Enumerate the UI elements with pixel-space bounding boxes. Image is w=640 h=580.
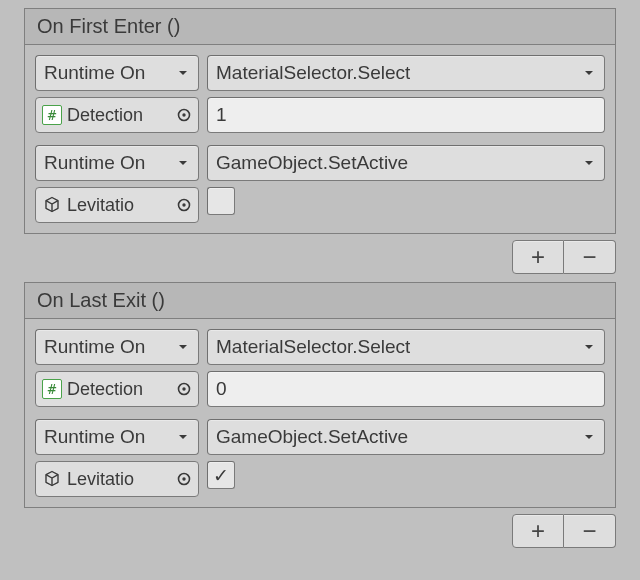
chevron-down-icon	[582, 340, 596, 354]
event-entry: Runtime OnMaterialSelector.Select#Detect…	[35, 329, 605, 407]
chevron-down-icon	[582, 66, 596, 80]
script-icon: #	[42, 379, 62, 399]
chevron-down-icon	[176, 340, 190, 354]
remove-listener-button[interactable]: −	[564, 514, 616, 548]
function-dropdown[interactable]: MaterialSelector.Select	[207, 55, 605, 91]
object-picker-icon[interactable]	[176, 107, 192, 123]
bool-argument-checkbox[interactable]	[207, 187, 235, 215]
event-entry: Runtime OnMaterialSelector.Select#Detect…	[35, 55, 605, 133]
object-field[interactable]: Levitatio	[35, 187, 199, 223]
event-footer: +−	[24, 508, 616, 548]
add-listener-button[interactable]: +	[512, 240, 564, 274]
chevron-down-icon	[176, 66, 190, 80]
function-dropdown[interactable]: GameObject.SetActive	[207, 419, 605, 455]
call-mode-dropdown[interactable]: Runtime On	[35, 145, 199, 181]
svg-point-3	[182, 203, 185, 206]
event-body: Runtime OnMaterialSelector.Select#Detect…	[25, 319, 615, 507]
event-entry: Runtime OnGameObject.SetActiveLevitatio	[35, 145, 605, 223]
check-icon: ✓	[213, 464, 229, 487]
object-picker-icon[interactable]	[176, 381, 192, 397]
object-picker-icon[interactable]	[176, 197, 192, 213]
add-listener-button[interactable]: +	[512, 514, 564, 548]
event-entry: Runtime OnGameObject.SetActiveLevitatio✓	[35, 419, 605, 497]
svg-point-7	[182, 477, 185, 480]
svg-point-5	[182, 387, 185, 390]
int-argument-input[interactable]: 1	[207, 97, 605, 133]
object-field[interactable]: #Detection	[35, 97, 199, 133]
call-mode-dropdown[interactable]: Runtime On	[35, 329, 199, 365]
event-header: On First Enter ()	[25, 9, 615, 45]
function-dropdown[interactable]: MaterialSelector.Select	[207, 329, 605, 365]
event-panel: On First Enter ()Runtime OnMaterialSelec…	[24, 8, 616, 234]
event-footer: +−	[24, 234, 616, 274]
bool-argument-checkbox[interactable]: ✓	[207, 461, 235, 489]
remove-listener-button[interactable]: −	[564, 240, 616, 274]
object-field[interactable]: Levitatio	[35, 461, 199, 497]
gameobject-icon	[43, 470, 61, 488]
script-icon: #	[42, 105, 62, 125]
call-mode-dropdown[interactable]: Runtime On	[35, 55, 199, 91]
chevron-down-icon	[582, 156, 596, 170]
event-header: On Last Exit ()	[25, 283, 615, 319]
chevron-down-icon	[176, 156, 190, 170]
gameobject-icon	[43, 196, 61, 214]
svg-point-1	[182, 113, 185, 116]
int-argument-input[interactable]: 0	[207, 371, 605, 407]
function-dropdown[interactable]: GameObject.SetActive	[207, 145, 605, 181]
object-field[interactable]: #Detection	[35, 371, 199, 407]
chevron-down-icon	[582, 430, 596, 444]
chevron-down-icon	[176, 430, 190, 444]
event-panel: On Last Exit ()Runtime OnMaterialSelecto…	[24, 282, 616, 508]
call-mode-dropdown[interactable]: Runtime On	[35, 419, 199, 455]
event-body: Runtime OnMaterialSelector.Select#Detect…	[25, 45, 615, 233]
object-picker-icon[interactable]	[176, 471, 192, 487]
